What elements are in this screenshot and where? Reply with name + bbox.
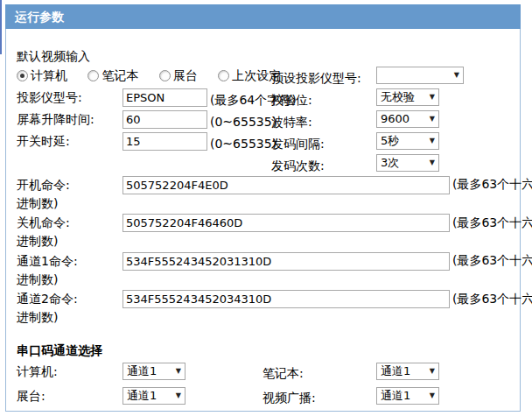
projector-model-label: 投影仪型号: <box>17 88 122 107</box>
chevron-down-icon: ▼ <box>176 368 181 375</box>
radio-laptop-icon[interactable] <box>88 70 99 81</box>
power-off-command-row: 关机命令:(最多63个十六进制数) <box>17 214 532 251</box>
laptop-channel-value: 通道1 <box>381 361 410 382</box>
send-interval-value: 5秒 <box>381 131 399 151</box>
chevron-down-icon: ▼ <box>430 116 435 123</box>
default-video-input-row: 默认视频输入 <box>17 46 520 66</box>
run-parameters-page: 运行参数 默认视频输入 计算机 笔记本 展台 上次设定 预设投影仪型号: ▼ <box>0 0 532 416</box>
serial-row-1: 计算机: 通道1 ▼ 笔记本: 通道1 ▼ <box>17 361 520 385</box>
chevron-down-icon: ▼ <box>454 72 459 79</box>
video-broadcast-channel-value: 通道1 <box>381 385 410 406</box>
serial-row-2: 展台: 通道1 ▼ 视频广播: 通道1 ▼ <box>17 385 520 410</box>
preset-projector-model-select[interactable]: ▼ <box>376 67 464 84</box>
radio-computer-icon[interactable] <box>17 70 28 81</box>
parity-select[interactable]: 无校验 ▼ <box>376 88 439 106</box>
parity-label: 校验位: <box>271 90 312 109</box>
send-count-value: 3次 <box>381 153 399 173</box>
parity-value: 无校验 <box>381 88 415 107</box>
channel1-command-row: 通道1命令:(最多63个十六进制数) <box>17 251 532 289</box>
screen-lift-time-hint: (0~65535) <box>210 112 276 131</box>
chevron-down-icon: ▼ <box>430 368 435 375</box>
send-count-select[interactable]: 3次 ▼ <box>376 154 439 172</box>
chevron-down-icon: ▼ <box>430 392 435 399</box>
laptop-channel-label: 笔记本: <box>262 363 304 384</box>
chevron-down-icon: ▼ <box>176 392 181 399</box>
computer-channel-select[interactable]: 通道1 ▼ <box>122 363 186 380</box>
switch-delay-hint: (0~65535) <box>210 134 276 153</box>
power-off-command-input[interactable] <box>122 214 450 232</box>
power-on-command-input[interactable] <box>122 176 450 194</box>
channel2-command-input[interactable] <box>122 290 450 308</box>
panel-title: 运行参数 <box>15 10 64 24</box>
screen-lift-time-input[interactable] <box>122 110 207 129</box>
radio-computer-label: 计算机 <box>31 68 67 82</box>
power-on-command-row: 开机命令:(最多63个十六进制数) <box>17 175 532 213</box>
channel2-command-row: 通道2命令:(最多63个十六进制数) <box>17 290 532 328</box>
send-count-row: 发码次数: 3次 ▼ <box>17 153 520 175</box>
radio-booth[interactable]: 展台 <box>159 66 198 85</box>
radio-booth-label: 展台 <box>173 68 198 82</box>
channel1-command-label: 通道1命令: <box>17 252 122 271</box>
power-on-command-label: 开机命令: <box>17 176 122 194</box>
screen-lift-time-row: 屏幕升降时间: (0~65535) 波特率: 9600 ▼ <box>17 109 520 131</box>
default-video-input-label: 默认视频输入 <box>17 49 90 63</box>
settings-panel: 默认视频输入 计算机 笔记本 展台 上次设定 预设投影仪型号: ▼ 投影仪型号: <box>5 29 521 412</box>
chevron-down-icon: ▼ <box>430 94 435 101</box>
projector-model-input[interactable] <box>122 88 207 107</box>
radio-laptop-label: 笔记本 <box>102 68 138 82</box>
baud-rate-select[interactable]: 9600 ▼ <box>376 110 439 128</box>
preset-projector-model-label: 预设投影仪型号: <box>271 68 361 88</box>
send-count-label: 发码次数: <box>271 156 325 175</box>
video-broadcast-channel-select[interactable]: 通道1 ▼ <box>376 387 439 405</box>
booth-channel-value: 通道1 <box>127 385 157 406</box>
switch-delay-row: 开关时延: (0~65535) 发码间隔: 5秒 ▼ <box>17 131 520 153</box>
channel1-command-input[interactable] <box>122 252 450 271</box>
panel-header: 运行参数 <box>5 4 521 29</box>
video-input-radio-row: 计算机 笔记本 展台 上次设定 预设投影仪型号: ▼ <box>17 66 520 88</box>
switch-delay-label: 开关时延: <box>17 131 122 151</box>
power-off-command-label: 关机命令: <box>17 214 122 232</box>
send-interval-label: 发码间隔: <box>271 134 325 153</box>
baud-rate-label: 波特率: <box>271 112 312 131</box>
radio-laptop[interactable]: 笔记本 <box>88 66 138 85</box>
chevron-down-icon: ▼ <box>430 159 435 166</box>
booth-channel-label: 展台: <box>17 389 46 403</box>
radio-last-setting-icon[interactable] <box>218 70 229 81</box>
baud-rate-value: 9600 <box>381 109 410 129</box>
send-interval-select[interactable]: 5秒 ▼ <box>376 132 439 150</box>
laptop-channel-select[interactable]: 通道1 ▼ <box>376 363 439 380</box>
serial-channel-section-title: 串口码通道选择 <box>17 340 520 361</box>
computer-channel-label: 计算机: <box>17 364 58 378</box>
computer-channel-value: 通道1 <box>127 361 157 382</box>
radio-booth-icon[interactable] <box>159 70 171 81</box>
window-edge <box>0 0 2 54</box>
screen-lift-time-label: 屏幕升降时间: <box>17 109 122 129</box>
radio-computer[interactable]: 计算机 <box>17 66 67 85</box>
projector-model-row: 投影仪型号: (最多64个字符) 校验位: 无校验 ▼ <box>17 88 520 109</box>
channel2-command-label: 通道2命令: <box>17 290 122 308</box>
chevron-down-icon: ▼ <box>430 137 435 145</box>
booth-channel-select[interactable]: 通道1 ▼ <box>122 387 186 405</box>
video-broadcast-channel-label: 视频广播: <box>262 387 316 408</box>
switch-delay-input[interactable] <box>122 132 207 151</box>
